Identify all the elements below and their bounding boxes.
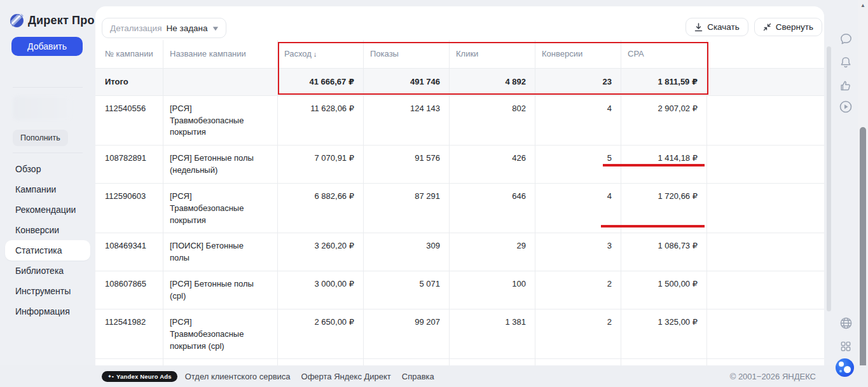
apps-grid-icon[interactable] (837, 338, 854, 355)
cell-spend: 3 260,20 ₽ (278, 233, 364, 271)
table-row[interactable]: 112541982[РСЯ] Травмобезопасные покрытия… (95, 309, 824, 360)
cell-blank (707, 233, 824, 271)
cell-cpa: 1 156,14 ₽ (621, 359, 707, 365)
cell-campaign-name: [ПОИСК] Травмобезопасные покрытия (163, 359, 278, 365)
cell-cpa: 1 325,00 ₽ (621, 309, 707, 359)
collapse-button[interactable]: Свернуть (754, 18, 822, 36)
table-scrollbar-thumb[interactable] (827, 46, 831, 311)
detalization-value: Не задана (166, 24, 207, 33)
cell-spend: 6 882,66 ₽ (278, 184, 364, 233)
cell-conversions: 4 (535, 96, 621, 146)
column-header-4[interactable]: Клики (450, 40, 535, 68)
chat-icon[interactable] (837, 31, 854, 47)
sidebar-divider (13, 153, 83, 153)
brand-title: Директ Про (28, 14, 95, 27)
scroll-up-icon[interactable]: ▲ (858, 3, 868, 8)
table-row[interactable]: 112590603[РСЯ] Травмобезопасные покрытия… (95, 184, 824, 234)
sidebar: Директ Про Добавить Пополнить ОбзорКампа… (0, 0, 95, 387)
totals-blank (707, 69, 824, 95)
download-label: Скачать (707, 22, 740, 32)
collapse-label: Свернуть (776, 22, 813, 32)
cell-blank (707, 96, 824, 146)
bell-icon[interactable] (837, 54, 854, 71)
totals-label: Итого (95, 69, 163, 95)
cell-clicks: 100 (450, 271, 535, 309)
download-icon (694, 23, 703, 32)
cell-clicks: 19 (450, 359, 535, 365)
statistics-card: Детализация Не задана ▼ Скачать Свернуть (95, 6, 824, 365)
table-row[interactable]: 108469341[ПОИСК] Бетонные полы3 260,20 ₽… (95, 233, 824, 271)
sidebar-item-1[interactable]: Кампании (0, 179, 90, 200)
sidebar-item-2[interactable]: Рекомендации (0, 200, 90, 220)
cell-clicks: 802 (450, 96, 535, 146)
play-video-icon[interactable] (837, 98, 854, 115)
neuro-ads-badge[interactable]: ✦• Yandex Neuro Ads (102, 371, 177, 382)
table-row[interactable]: 108607865[РСЯ] Бетонные полы (cpl)3 000,… (95, 271, 824, 309)
column-header-label: CPA (628, 49, 644, 58)
cell-spend: 3 000,00 ₽ (278, 271, 364, 309)
column-header-2[interactable]: Расход↓ (278, 40, 364, 68)
statistics-table: № кампанииНазвание кампанииРасход↓Показы… (95, 40, 824, 365)
topup-button[interactable]: Пополнить (13, 130, 68, 146)
cell-cpa: 1 086,73 ₽ (621, 233, 707, 271)
card-toolbar: Детализация Не задана ▼ Скачать Свернуть (95, 6, 824, 40)
sidebar-item-6[interactable]: Инструменты (0, 281, 90, 301)
footer-link-2[interactable]: Справка (402, 372, 434, 381)
cell-impressions: 86 (364, 359, 450, 365)
sidebar-item-5[interactable]: Библиотека (0, 261, 90, 281)
cell-campaign-id: 112541587 (95, 359, 163, 365)
cell-campaign-name: [РСЯ] Бетонные полы (недельный) (163, 146, 278, 183)
sidebar-item-3[interactable]: Конверсии (0, 220, 90, 240)
cell-impressions: 5 071 (364, 271, 450, 309)
cell-cpa: 2 907,02 ₽ (621, 96, 707, 146)
cell-cpa: 1 720,66 ₽ (621, 184, 707, 233)
add-button[interactable]: Добавить (11, 37, 83, 56)
column-header-5[interactable]: Конверсии (535, 40, 621, 68)
cell-campaign-id: 112541982 (95, 309, 163, 359)
table-row[interactable]: 112540556[РСЯ] Травмобезопасные покрытия… (95, 96, 824, 146)
cell-spend: 2 312,28 ₽ (278, 359, 364, 365)
thumbs-up-icon[interactable] (837, 78, 854, 94)
sidebar-item-4[interactable]: Статистика (5, 240, 90, 261)
footer-link-0[interactable]: Отдел клиентского сервиса (185, 372, 291, 381)
sidebar-menu: ОбзорКампанииРекомендацииКонверсииСтатис… (0, 159, 95, 322)
detalization-label: Детализация (110, 24, 162, 33)
cell-spend: 7 070,91 ₽ (278, 146, 364, 183)
column-header-3[interactable]: Показы (364, 40, 450, 68)
globe-icon[interactable] (837, 315, 854, 331)
download-button[interactable]: Скачать (685, 18, 748, 36)
footer: ✦• Yandex Neuro Ads Отдел клиентского се… (0, 365, 868, 387)
column-header-label: № кампании (105, 49, 153, 58)
copyright: © 2001−2026 ЯНДЕКС (730, 372, 816, 381)
table-row[interactable]: 108782891[РСЯ] Бетонные полы (недельный)… (95, 146, 824, 184)
totals-clicks: 4 892 (450, 69, 535, 95)
totals-impressions: 491 746 (364, 69, 450, 95)
cell-campaign-name: [РСЯ] Бетонные полы (cpl) (163, 271, 278, 309)
brand[interactable]: Директ Про (10, 14, 95, 27)
sort-desc-icon: ↓ (313, 50, 317, 58)
cell-clicks: 1 381 (450, 309, 535, 359)
cell-campaign-id: 108469341 (95, 233, 163, 271)
totals-spend: 41 666,67 ₽ (278, 69, 364, 95)
table-header-row: № кампанииНазвание кампанииРасход↓Показы… (95, 40, 824, 69)
page-scrollbar[interactable]: ▲ ▼ (858, 0, 868, 387)
column-header-1[interactable]: Название кампании (163, 40, 278, 68)
cell-campaign-id: 112590603 (95, 184, 163, 233)
column-header-6[interactable]: CPA (621, 40, 707, 68)
cell-impressions: 91 576 (364, 146, 450, 183)
page-scrollbar-thumb[interactable] (860, 127, 866, 375)
cell-campaign-name: [РСЯ] Травмобезопасные покрытия (cpl) (163, 309, 278, 359)
table-row[interactable]: 112541587[ПОИСК] Травмобезопасные покрыт… (95, 359, 824, 365)
direct-pro-logo-icon (10, 14, 24, 27)
sidebar-item-7[interactable]: Информация (0, 301, 90, 322)
cell-conversions: 2 (535, 309, 621, 359)
detalization-select[interactable]: Детализация Не задана ▼ (102, 18, 226, 38)
footer-link-1[interactable]: Оферта Яндекс Директ (301, 372, 391, 381)
cell-campaign-id: 112540556 (95, 96, 163, 146)
cell-clicks: 29 (450, 233, 535, 271)
user-avatar[interactable] (836, 358, 854, 377)
sidebar-item-0[interactable]: Обзор (0, 159, 90, 179)
column-header-label: Показы (370, 49, 399, 58)
cell-blank (707, 184, 824, 233)
column-header-0[interactable]: № кампании (95, 40, 163, 68)
